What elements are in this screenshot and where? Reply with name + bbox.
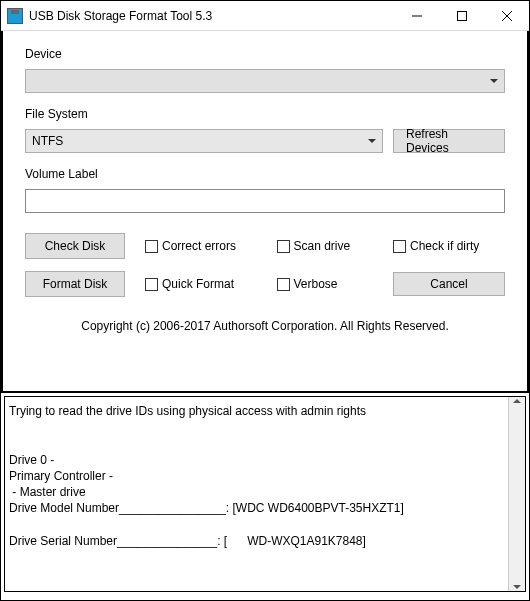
- check-if-dirty-label: Check if dirty: [410, 239, 479, 253]
- close-button[interactable]: [484, 1, 529, 30]
- device-label: Device: [25, 47, 505, 61]
- client-area: Device File System NTFS Refresh Devices …: [1, 31, 529, 592]
- quick-format-label: Quick Format: [162, 277, 234, 291]
- log-output: Trying to read the drive IDs using physi…: [5, 397, 508, 591]
- cancel-button[interactable]: Cancel: [393, 272, 505, 296]
- check-disk-button[interactable]: Check Disk: [25, 233, 125, 259]
- scan-drive-checkbox[interactable]: Scan drive: [277, 239, 372, 253]
- scroll-down-icon: [513, 585, 521, 589]
- chevron-down-icon: [368, 139, 376, 143]
- volume-label-label: Volume Label: [25, 167, 505, 181]
- verbose-checkbox[interactable]: Verbose: [277, 272, 372, 296]
- chevron-down-icon: [490, 79, 498, 83]
- app-icon: [7, 8, 23, 24]
- verbose-label: Verbose: [294, 277, 338, 291]
- copyright-text: Copyright (c) 2006-2017 Authorsoft Corpo…: [25, 319, 505, 333]
- file-system-dropdown[interactable]: NTFS: [25, 129, 383, 153]
- checkbox-box: [393, 240, 406, 253]
- checkbox-box: [277, 278, 290, 291]
- check-if-dirty-checkbox[interactable]: Check if dirty: [393, 239, 505, 253]
- file-system-selected: NTFS: [32, 134, 63, 148]
- form-panel: Device File System NTFS Refresh Devices …: [1, 31, 529, 393]
- correct-errors-checkbox[interactable]: Correct errors: [145, 239, 255, 253]
- scan-drive-label: Scan drive: [294, 239, 351, 253]
- window-title: USB Disk Storage Format Tool 5.3: [29, 9, 394, 23]
- scroll-up-icon: [513, 399, 521, 403]
- refresh-devices-button[interactable]: Refresh Devices: [393, 129, 505, 153]
- minimize-button[interactable]: [394, 1, 439, 30]
- volume-label-input[interactable]: [25, 189, 505, 213]
- format-disk-button[interactable]: Format Disk: [25, 271, 125, 297]
- quick-format-checkbox[interactable]: Quick Format: [145, 272, 255, 296]
- maximize-button[interactable]: [439, 1, 484, 30]
- file-system-label: File System: [25, 107, 505, 121]
- svg-rect-1: [457, 11, 466, 20]
- correct-errors-label: Correct errors: [162, 239, 236, 253]
- checkbox-box: [145, 278, 158, 291]
- log-scrollbar[interactable]: [508, 397, 525, 591]
- checkbox-box: [277, 240, 290, 253]
- checkbox-box: [145, 240, 158, 253]
- device-dropdown[interactable]: [25, 69, 505, 93]
- log-panel: Trying to read the drive IDs using physi…: [4, 396, 526, 592]
- titlebar: USB Disk Storage Format Tool 5.3: [1, 1, 529, 31]
